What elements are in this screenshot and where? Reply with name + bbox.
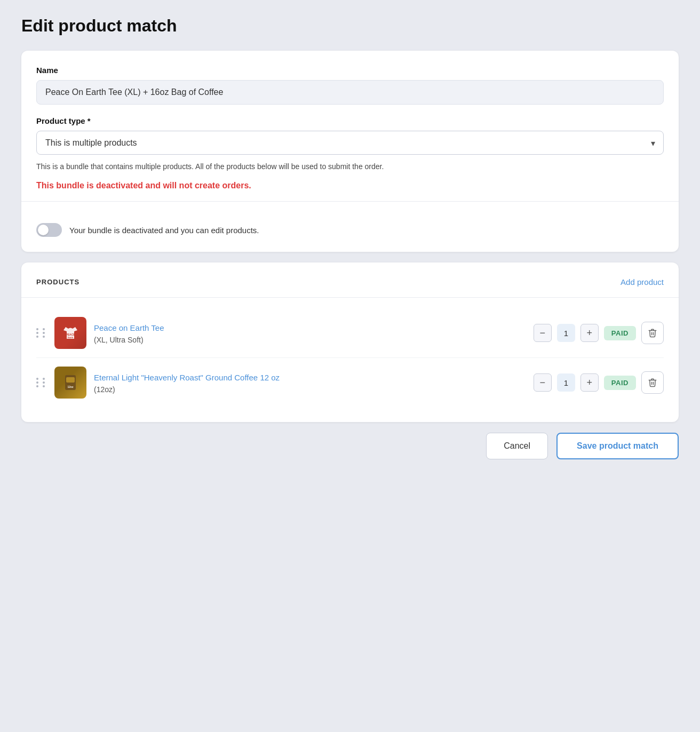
product-name[interactable]: Eternal Light "Heavenly Roast" Ground Co… [94,372,526,383]
drag-dot [43,332,45,334]
drag-dot [43,328,45,330]
product-image: PEACE Earth [54,317,86,349]
drag-dot [43,378,45,380]
toggle-slider [36,223,62,237]
product-image: 12oz [54,367,86,399]
toggle-row: Your bundle is deactivated and you can e… [36,212,664,237]
svg-text:12oz: 12oz [67,385,74,388]
product-variant: (12oz) [94,385,526,394]
delete-product-button[interactable] [641,322,664,344]
svg-text:Earth: Earth [68,336,74,339]
product-variant: (XL, Ultra Soft) [94,336,526,344]
products-header: PRODUCTS Add product [36,277,664,287]
drag-dot [36,385,38,387]
trash-icon [648,328,657,338]
products-section-title: PRODUCTS [36,278,79,286]
bundle-description: This is a bundle that contains multiple … [36,161,664,172]
page-title: Edit product match [21,16,679,36]
product-info: Eternal Light "Heavenly Roast" Ground Co… [94,372,526,394]
bundle-warning: This bundle is deactivated and will not … [36,181,664,190]
product-type-select[interactable]: This is multiple products This is a sing… [36,131,664,155]
add-product-link[interactable]: Add product [621,277,664,287]
product-type-label: Product type * [36,116,664,125]
drag-handle[interactable] [36,328,47,338]
quantity-display: 1 [557,373,575,392]
drag-dot [36,381,38,384]
quantity-decrease-button[interactable]: − [534,324,552,342]
drag-dot [43,381,45,384]
form-card: Name Product type * This is multiple pro… [21,51,679,252]
drag-handle[interactable] [36,378,47,387]
quantity-increase-button[interactable]: + [580,324,599,342]
drag-dot [36,378,38,380]
cancel-button[interactable]: Cancel [486,433,548,459]
drag-dot [36,328,38,330]
paid-badge: PAID [604,376,636,390]
product-controls: − 1 + PAID [534,371,664,394]
footer-actions: Cancel Save product match [21,433,679,465]
product-controls: − 1 + PAID [534,322,664,344]
trash-icon [648,378,657,387]
product-type-select-wrapper: This is multiple products This is a sing… [36,131,664,155]
product-info: Peace on Earth Tee (XL, Ultra Soft) [94,322,526,344]
quantity-decrease-button[interactable]: − [534,373,552,392]
products-card: PRODUCTS Add product PEACE Earth Peace o… [21,262,679,422]
toggle-label: Your bundle is deactivated and you can e… [69,226,259,235]
name-label: Name [36,66,664,75]
svg-rect-3 [66,377,75,383]
name-input[interactable] [36,80,664,105]
drag-dot [36,332,38,334]
bundle-toggle[interactable] [36,223,62,237]
paid-badge: PAID [604,326,636,340]
product-row: PEACE Earth Peace on Earth Tee (XL, Ultr… [36,308,664,358]
product-row: 12oz Eternal Light "Heavenly Roast" Grou… [36,358,664,407]
products-divider [21,297,679,298]
drag-dot [43,385,45,387]
delete-product-button[interactable] [641,371,664,394]
quantity-increase-button[interactable]: + [580,373,599,392]
save-product-match-button[interactable]: Save product match [556,433,679,459]
quantity-display: 1 [557,324,575,342]
drag-dot [43,336,45,338]
card-divider [21,201,679,202]
product-name[interactable]: Peace on Earth Tee [94,322,526,333]
drag-dot [36,336,38,338]
